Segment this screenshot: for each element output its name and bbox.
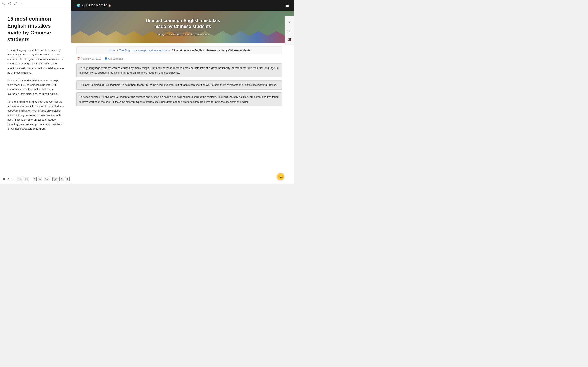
feedback-emoji[interactable]: 😊 <box>277 173 284 180</box>
editor-paragraph-1: Foreign language mistakes can be caused … <box>7 48 64 75</box>
svg-point-2 <box>10 4 11 5</box>
content-paragraph-3: For each mistake, I'll give both a reaso… <box>76 92 282 106</box>
more-button[interactable] <box>20 2 22 5</box>
post-date: 📅 February 17, 2019 <box>77 57 101 60</box>
hamburger-menu[interactable]: ☰ <box>285 3 289 8</box>
check-icon[interactable]: ✓ <box>286 18 294 26</box>
svg-point-1 <box>9 3 9 4</box>
editor-bottom-toolbar: B I U H₁ H₂ ❝ ≡ 1≡ A T ✂ ⊞ 🕐 129 单词 ▾ <box>0 175 71 184</box>
right-sidebar: ✓ </> 🎩 <box>285 16 294 45</box>
breadcrumb-separator-2: » <box>131 49 133 52</box>
breadcrumb-separator-1: » <box>116 49 118 52</box>
logo-icon: 🌍 <box>76 3 80 7</box>
post-author-text: Ola Jagielska <box>108 57 123 60</box>
logo-text: |K| Being Nomad 🏠 <box>82 3 111 7</box>
svg-line-3 <box>9 4 10 4</box>
post-date-text: February 17, 2019 <box>81 57 101 60</box>
editor-paragraph-3: For each mistake, I'll give both a reaso… <box>7 100 64 131</box>
link-button[interactable] <box>52 177 58 182</box>
editor-body: Foreign language mistakes can be caused … <box>7 48 64 131</box>
heading1-button[interactable]: H₁ <box>17 177 22 182</box>
share-button[interactable] <box>8 2 11 5</box>
editor-paragraph-2: This post is aimed at ESL teachers, to h… <box>7 78 64 96</box>
svg-line-6 <box>14 4 15 5</box>
ordered-list-button[interactable]: 1≡ <box>44 177 49 182</box>
editor-top-toolbar <box>0 0 71 7</box>
svg-line-4 <box>9 3 10 3</box>
paragraph-button[interactable]: T <box>66 177 70 182</box>
svg-point-9 <box>22 3 22 4</box>
quote-button[interactable]: ❝ <box>33 177 36 182</box>
calendar-icon: 📅 <box>77 57 80 60</box>
breadcrumb: Home » The Blog » Languages and Interact… <box>76 47 282 54</box>
svg-point-7 <box>20 3 20 4</box>
editor-panel: 15 most common English mistakes made by … <box>0 0 71 184</box>
browser-preview-panel: 🌍 |K| Being Nomad 🏠 ☰ 15 most common Eng… <box>71 0 294 184</box>
breadcrumb-home[interactable]: Home <box>108 49 115 52</box>
bold-button[interactable]: B <box>2 177 6 181</box>
breadcrumb-category[interactable]: Languages and Interactions <box>135 49 167 52</box>
site-nav: 🌍 |K| Being Nomad 🏠 ☰ <box>71 0 294 11</box>
site-logo: 🌍 |K| Being Nomad 🏠 <box>76 3 111 7</box>
svg-line-5 <box>16 2 16 3</box>
text-color-button[interactable]: A <box>60 177 64 182</box>
post-meta: 📅 February 17, 2019 👤 Ola Jagielska <box>76 57 282 60</box>
hero-subtitle: And tips for ESL teachers on how to fix … <box>156 33 209 36</box>
underline-button[interactable]: U <box>11 177 14 181</box>
content-paragraph-2: This post is aimed at ESL teachers, to h… <box>76 80 282 90</box>
refresh-button[interactable] <box>2 2 5 5</box>
author-icon: 👤 <box>104 57 107 60</box>
content-paragraph-1: Foreign language mistakes can be caused … <box>76 63 282 77</box>
italic-button[interactable]: I <box>7 177 9 181</box>
layers-icon[interactable]: 🎩 <box>286 35 294 43</box>
list-button[interactable]: ≡ <box>38 177 42 182</box>
breadcrumb-blog[interactable]: The Blog <box>119 49 130 52</box>
browser-content[interactable]: Home » The Blog » Languages and Interact… <box>71 43 294 184</box>
post-author: 👤 Ola Jagielska <box>104 57 123 60</box>
code-icon[interactable]: </> <box>286 26 294 35</box>
expand-button[interactable] <box>14 2 17 5</box>
hero-title: 15 most common English mistakes made by … <box>141 18 224 29</box>
svg-point-8 <box>21 3 21 4</box>
breadcrumb-separator-3: » <box>169 49 170 52</box>
hero-section: 15 most common English mistakes made by … <box>71 11 294 43</box>
editor-title: 15 most common English mistakes made by … <box>7 16 64 43</box>
heading2-button[interactable]: H₂ <box>24 177 29 182</box>
editor-content-area[interactable]: 15 most common English mistakes made by … <box>0 7 71 175</box>
breadcrumb-current: 15 most common English mistakes made by … <box>172 49 251 52</box>
svg-point-0 <box>10 2 11 3</box>
